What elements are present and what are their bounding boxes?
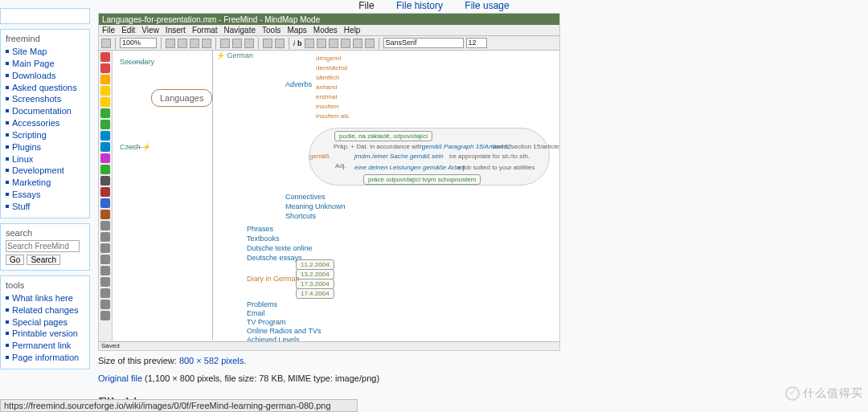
menu-item[interactable]: Format bbox=[192, 26, 218, 35]
toolbar-icon[interactable] bbox=[317, 39, 326, 48]
nav-item[interactable]: Main Page bbox=[6, 58, 84, 70]
menu-item[interactable]: Maps bbox=[287, 26, 306, 35]
node-adv[interactable]: insofern bbox=[312, 102, 342, 111]
node-adv[interactable]: dringend bbox=[312, 54, 345, 63]
palette-icon[interactable] bbox=[100, 120, 110, 129]
menu-item[interactable]: Navigate bbox=[224, 26, 256, 35]
palette-icon[interactable] bbox=[100, 108, 110, 118]
palette-icon[interactable] bbox=[100, 232, 110, 242]
palette-icon[interactable] bbox=[100, 277, 110, 287]
palette-icon[interactable] bbox=[100, 255, 110, 264]
palette-icon[interactable] bbox=[100, 153, 110, 163]
node-german[interactable]: ⚡ German bbox=[212, 51, 257, 60]
palette-icon[interactable] bbox=[100, 63, 110, 73]
toolbar-icon[interactable] bbox=[365, 39, 375, 48]
tools-item[interactable]: Related changes bbox=[6, 304, 84, 316]
node-lower[interactable]: Dutsche texte online bbox=[243, 243, 317, 253]
toolbar-icon[interactable] bbox=[329, 39, 338, 48]
node-adj[interactable]: Adj. bbox=[331, 161, 350, 170]
nav-item[interactable]: Linux bbox=[6, 153, 84, 165]
toolbar-icon[interactable] bbox=[220, 39, 230, 48]
node-lower[interactable]: Phrases bbox=[243, 224, 277, 234]
node-adv[interactable]: insofern als bbox=[312, 112, 353, 120]
palette-icon[interactable] bbox=[100, 52, 110, 62]
node-bottom[interactable]: Achieved Levels bbox=[243, 335, 304, 341]
palette-icon[interactable] bbox=[100, 198, 110, 208]
node-adverbs[interactable]: Adverbs bbox=[281, 80, 316, 89]
node-mid[interactable]: Shortcuts bbox=[281, 211, 320, 221]
toolbar-icon[interactable] bbox=[244, 39, 254, 48]
node-cloud-top[interactable]: podle, na základě, odpovídající bbox=[334, 131, 432, 141]
nav-item[interactable]: Essays bbox=[6, 189, 84, 201]
node-mid[interactable]: Meaning Unknown bbox=[281, 202, 350, 211]
menu-item[interactable]: Edit bbox=[121, 26, 135, 35]
toolbar-icon[interactable] bbox=[341, 39, 350, 48]
toolbar-icon[interactable] bbox=[305, 39, 314, 48]
palette-icon[interactable] bbox=[100, 176, 110, 186]
toolbar-icon[interactable] bbox=[202, 39, 211, 48]
node-c3[interactable]: eine deinen Leistungen gemäße Arbeit bbox=[350, 163, 469, 172]
palette-icon[interactable] bbox=[100, 187, 110, 197]
toolbar-icon[interactable] bbox=[353, 39, 362, 48]
node-diary[interactable]: Diary in German bbox=[243, 274, 304, 284]
menu-item[interactable]: File bbox=[102, 26, 115, 35]
tools-item[interactable]: Special pages bbox=[6, 316, 84, 328]
node-adv[interactable]: anhand bbox=[312, 83, 342, 92]
toolbar-icon[interactable] bbox=[101, 39, 111, 48]
toolbar-icon[interactable] bbox=[275, 39, 285, 48]
palette-icon[interactable] bbox=[100, 243, 110, 253]
font-select[interactable]: SansSerif bbox=[383, 38, 464, 48]
nav-item[interactable]: Downloads bbox=[6, 70, 84, 82]
nav-item[interactable]: Accessories bbox=[6, 117, 84, 129]
nav-item[interactable]: Scripting bbox=[6, 129, 84, 141]
go-button[interactable]: Go bbox=[6, 255, 24, 265]
node-adv[interactable]: sämtlich bbox=[312, 73, 343, 82]
preview-size-link[interactable]: 800 × 582 pixels bbox=[179, 356, 244, 365]
tools-item[interactable]: Permanent link bbox=[6, 340, 84, 352]
original-file-link[interactable]: Original file bbox=[98, 373, 142, 383]
mindmap-canvas[interactable]: Languages Secondary Czech ⚡ ⚡ German Adv… bbox=[113, 51, 559, 341]
toolbar-icon[interactable] bbox=[178, 39, 187, 48]
menubar[interactable]: FileEditViewInsertFormatNavigateToolsMap… bbox=[99, 25, 559, 36]
menu-item[interactable]: Tools bbox=[262, 26, 280, 35]
zoom-select[interactable]: 100% bbox=[120, 38, 157, 48]
palette-icon[interactable] bbox=[100, 165, 110, 174]
file-preview[interactable]: Languages-for-presentation.mm - FreeMind… bbox=[98, 13, 560, 351]
palette-icon[interactable] bbox=[100, 131, 110, 141]
fontsize-select[interactable]: 12 bbox=[466, 38, 487, 48]
toolbar-icon[interactable] bbox=[263, 39, 272, 48]
node-c1c[interactable]: under section 15/article bbox=[489, 142, 559, 151]
palette-icon[interactable] bbox=[100, 266, 110, 275]
palette-icon[interactable] bbox=[100, 288, 110, 298]
nav-item[interactable]: Marketing bbox=[6, 177, 84, 189]
menu-item[interactable]: Insert bbox=[166, 26, 186, 35]
tools-item[interactable]: Printable version bbox=[6, 328, 84, 340]
palette-icon[interactable] bbox=[100, 221, 110, 230]
nav-item[interactable]: Asked questions bbox=[6, 82, 84, 94]
nav-item[interactable]: Plugins bbox=[6, 141, 84, 153]
palette-icon[interactable] bbox=[100, 311, 110, 320]
menu-item[interactable]: Modes bbox=[313, 26, 338, 35]
palette-icon[interactable] bbox=[100, 300, 110, 309]
nav-item[interactable]: Development bbox=[6, 165, 84, 177]
menu-item[interactable]: Help bbox=[344, 26, 361, 35]
tab-file-history[interactable]: File history bbox=[396, 0, 443, 11]
node-czech[interactable]: Czech ⚡ bbox=[116, 142, 155, 152]
node-gemass[interactable]: gemäß bbox=[305, 152, 334, 161]
toolbar-icon[interactable] bbox=[190, 39, 199, 48]
tab-file[interactable]: File bbox=[358, 0, 374, 11]
nav-item[interactable]: Stuff bbox=[6, 201, 84, 213]
node-root[interactable]: Languages bbox=[151, 89, 212, 107]
node-c4[interactable]: práce odpovídající tvým schopnostem bbox=[363, 174, 481, 185]
tools-item[interactable]: What links here bbox=[6, 292, 84, 304]
menu-item[interactable]: View bbox=[141, 26, 159, 35]
palette-icon[interactable] bbox=[100, 97, 110, 107]
node-mid[interactable]: Connectives bbox=[281, 192, 330, 202]
node-c3b[interactable]: a job suited to your abilities bbox=[453, 163, 539, 172]
node-c1[interactable]: Präp. + Dat. in accordance with bbox=[330, 142, 427, 151]
node-date[interactable]: 17.4.2004 bbox=[296, 288, 334, 299]
node-c2b[interactable]: be appropriate for sb./to sth. bbox=[445, 152, 534, 161]
palette-icon[interactable] bbox=[100, 86, 110, 96]
palette-icon[interactable] bbox=[100, 210, 110, 219]
toolbar[interactable]: 100% i b SansSerif 12 bbox=[99, 36, 559, 51]
